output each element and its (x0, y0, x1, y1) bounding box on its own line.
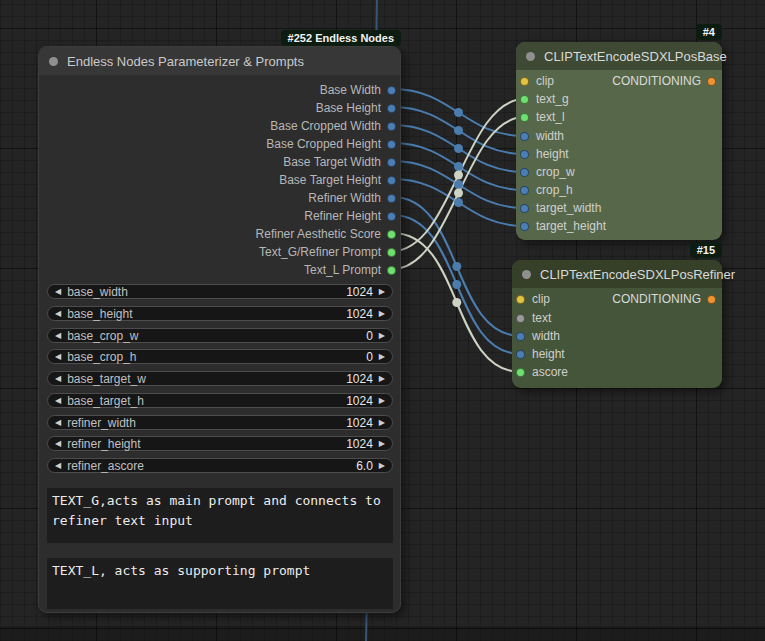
node-title: Endless Nodes Parameterizer & Prompts (67, 54, 304, 69)
input-text-g: text_g (516, 91, 722, 107)
node-clip-text-encode-sdxl-pos-refiner[interactable]: CLIPTextEncodeSDXLPosRefiner CONDITIONIN… (512, 260, 722, 388)
node-title-bar[interactable]: CLIPTextEncodeSDXLPosBase (516, 42, 722, 70)
collapse-dot-icon[interactable] (49, 57, 58, 66)
output-base-width: Base Width (39, 82, 400, 98)
increment-arrow-icon[interactable]: ▶ (379, 419, 385, 427)
input-socket[interactable] (520, 222, 529, 231)
output-socket[interactable] (387, 248, 396, 257)
increment-arrow-icon[interactable]: ▶ (379, 375, 385, 383)
output-socket[interactable] (387, 158, 396, 167)
widget-base-height[interactable]: ◀ base_height 1024 ▶ (47, 306, 393, 321)
decrement-arrow-icon[interactable]: ◀ (55, 375, 61, 383)
increment-arrow-icon[interactable]: ▶ (379, 288, 385, 296)
decrement-arrow-icon[interactable]: ◀ (55, 332, 61, 340)
input-crop-h: crop_h (516, 182, 722, 198)
output-socket[interactable] (387, 194, 396, 203)
output-text-l-prompt: Text_L Prompt (39, 262, 400, 278)
output-base-cropped-width: Base Cropped Width (39, 118, 400, 134)
output-socket[interactable] (387, 176, 396, 185)
increment-arrow-icon[interactable]: ▶ (379, 353, 385, 361)
input-socket[interactable] (520, 77, 529, 86)
output-refiner-height: Refiner Height (39, 208, 400, 224)
output-base-target-width: Base Target Width (39, 154, 400, 170)
node-badge-252: #252 Endless Nodes (281, 30, 401, 46)
input-socket[interactable] (520, 95, 529, 104)
increment-arrow-icon[interactable]: ▶ (379, 310, 385, 318)
output-refiner-aesthetic-score: Refiner Aesthetic Score (39, 226, 400, 242)
decrement-arrow-icon[interactable]: ◀ (55, 440, 61, 448)
node-title: CLIPTextEncodeSDXLPosRefiner (540, 267, 735, 282)
widget-base-width[interactable]: ◀ base_width 1024 ▶ (47, 284, 393, 299)
input-socket[interactable] (520, 186, 529, 195)
input-socket[interactable] (516, 314, 525, 323)
output-socket[interactable] (387, 122, 396, 131)
input-height: height (512, 346, 722, 362)
input-target-width: target_width (516, 200, 722, 216)
output-refiner-width: Refiner Width (39, 190, 400, 206)
node-title: CLIPTextEncodeSDXLPosBase (544, 49, 727, 64)
collapse-dot-icon[interactable] (526, 52, 535, 61)
input-socket[interactable] (520, 168, 529, 177)
increment-arrow-icon[interactable]: ▶ (379, 397, 385, 405)
input-ascore: ascore (512, 364, 722, 380)
output-socket[interactable] (387, 212, 396, 221)
increment-arrow-icon[interactable]: ▶ (379, 462, 385, 470)
decrement-arrow-icon[interactable]: ◀ (55, 353, 61, 361)
node-title-bar[interactable]: Endless Nodes Parameterizer & Prompts (39, 47, 400, 75)
input-socket[interactable] (516, 332, 525, 341)
output-base-height: Base Height (39, 100, 400, 116)
output-socket[interactable] (387, 104, 396, 113)
decrement-arrow-icon[interactable]: ◀ (55, 310, 61, 318)
output-socket[interactable] (387, 230, 396, 239)
decrement-arrow-icon[interactable]: ◀ (55, 419, 61, 427)
widget-base-target-h[interactable]: ◀ base_target_h 1024 ▶ (47, 393, 393, 408)
input-socket[interactable] (520, 132, 529, 141)
input-crop-w: crop_w (516, 164, 722, 180)
input-target-height: target_height (516, 218, 722, 234)
input-text: text (512, 310, 722, 326)
decrement-arrow-icon[interactable]: ◀ (55, 288, 61, 296)
text-g-textarea[interactable]: TEXT_G,acts as main prompt and connects … (47, 488, 393, 543)
input-socket[interactable] (520, 113, 529, 122)
output-text-g-refiner-prompt: Text_G/Refiner Prompt (39, 244, 400, 260)
input-socket[interactable] (516, 368, 525, 377)
input-socket[interactable] (516, 350, 525, 359)
input-height: height (516, 146, 722, 162)
decrement-arrow-icon[interactable]: ◀ (55, 397, 61, 405)
input-text-l: text_l (516, 109, 722, 125)
increment-arrow-icon[interactable]: ▶ (379, 440, 385, 448)
input-width: width (512, 328, 722, 344)
node-badge-15: #15 (690, 242, 722, 258)
input-socket[interactable] (516, 295, 525, 304)
decrement-arrow-icon[interactable]: ◀ (55, 462, 61, 470)
input-clip: clip (512, 291, 722, 307)
input-socket[interactable] (520, 150, 529, 159)
widget-base-crop-w[interactable]: ◀ base_crop_w 0 ▶ (47, 328, 393, 343)
input-socket[interactable] (520, 204, 529, 213)
output-socket[interactable] (387, 140, 396, 149)
widget-refiner-ascore[interactable]: ◀ refiner_ascore 6.0 ▶ (47, 458, 393, 473)
output-base-target-height: Base Target Height (39, 172, 400, 188)
node-clip-text-encode-sdxl-pos-base[interactable]: CLIPTextEncodeSDXLPosBase CONDITIONING c… (516, 42, 722, 240)
widget-refiner-width[interactable]: ◀ refiner_width 1024 ▶ (47, 415, 393, 430)
widget-base-target-w[interactable]: ◀ base_target_w 1024 ▶ (47, 371, 393, 386)
output-socket[interactable] (387, 86, 396, 95)
widget-refiner-height[interactable]: ◀ refiner_height 1024 ▶ (47, 436, 393, 451)
node-badge-4: #4 (696, 24, 722, 40)
collapse-dot-icon[interactable] (522, 270, 531, 279)
text-l-textarea[interactable]: TEXT_L, acts as supporting prompt (47, 558, 393, 609)
input-width: width (516, 128, 722, 144)
output-base-cropped-height: Base Cropped Height (39, 136, 400, 152)
input-clip: clip (516, 73, 722, 89)
output-socket[interactable] (387, 266, 396, 275)
node-endless-parameterizer[interactable]: Endless Nodes Parameterizer & Prompts Ba… (38, 46, 401, 613)
node-title-bar[interactable]: CLIPTextEncodeSDXLPosRefiner (512, 260, 722, 288)
widget-base-crop-h[interactable]: ◀ base_crop_h 0 ▶ (47, 349, 393, 364)
increment-arrow-icon[interactable]: ▶ (379, 332, 385, 340)
